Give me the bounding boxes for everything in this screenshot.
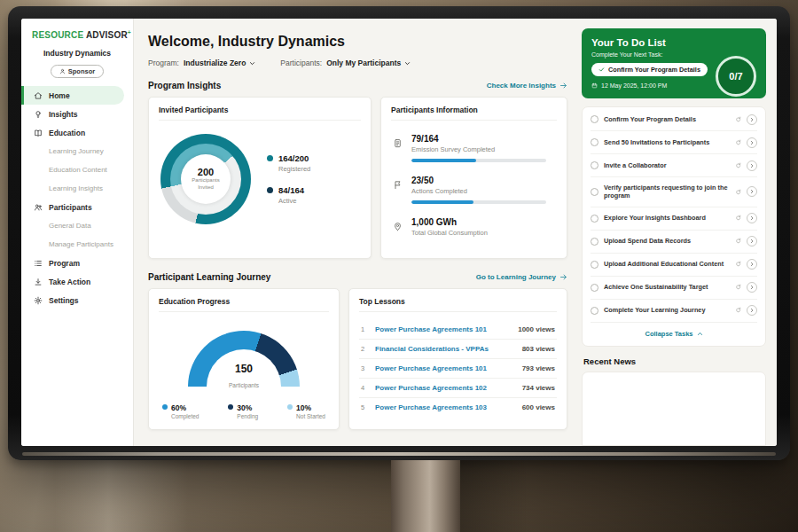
chevron-right-icon[interactable] [747, 213, 757, 223]
lesson-link[interactable]: Power Purchase Agreements 101 [375, 325, 511, 333]
lesson-link[interactable]: Power Purchase Agreements 103 [375, 403, 515, 411]
task-row[interactable]: Upload Spend Data Records [591, 231, 757, 254]
sidebar-item-manage-participants[interactable]: Manage Participants [21, 235, 133, 254]
task-checkbox[interactable] [591, 138, 598, 146]
chevron-right-icon[interactable] [747, 259, 757, 270]
legend-value: 30% [237, 403, 258, 412]
legend-dot [162, 404, 168, 410]
task-row[interactable]: Upload Additional Educational Content [591, 254, 757, 277]
legend-dot [287, 404, 293, 410]
stat-row: 1,000 GWh Total Global Consumption [391, 212, 557, 250]
task-label: Upload Spend Data Records [604, 237, 730, 246]
sidebar-item-participants[interactable]: Participants [21, 198, 133, 216]
sidebar-item-education-content[interactable]: Education Content [21, 160, 133, 179]
participants-dropdown-value: Only My Participants [326, 59, 401, 67]
nav-label: Home [49, 91, 70, 100]
todo-progress-value: 0/7 [729, 71, 742, 82]
refresh-icon [735, 261, 742, 268]
clipboard-icon [393, 136, 403, 162]
go-to-learning-journey-link[interactable]: Go to Learning Journey [476, 273, 567, 281]
sidebar-item-home[interactable]: Home [21, 86, 124, 105]
participants-filter: Participants: Only My Participants [280, 59, 411, 67]
task-checkbox[interactable] [591, 115, 598, 123]
task-checkbox[interactable] [591, 284, 598, 292]
check-more-insights-link[interactable]: Check More Insights [487, 82, 567, 90]
sidebar-item-general-data[interactable]: General Data [21, 216, 133, 235]
task-checkbox[interactable] [591, 188, 598, 196]
collapse-tasks-link[interactable]: Collapse Tasks [591, 323, 757, 343]
chevron-right-icon[interactable] [747, 282, 757, 293]
sidebar-item-learning-journey[interactable]: Learning Journey [21, 142, 133, 160]
task-label: Confirm Your Program Details [604, 115, 730, 124]
lesson-link[interactable]: Power Purchase Agreements 102 [375, 384, 515, 392]
sidebar-item-program[interactable]: Program [21, 254, 133, 272]
participants-dropdown[interactable]: Only My Participants [326, 59, 411, 67]
task-checkbox[interactable] [591, 261, 598, 269]
task-row[interactable]: Send 50 Invitations to Participants [591, 131, 757, 154]
education-progress-card-title: Education Progress [159, 297, 329, 312]
chevron-down-icon [404, 60, 411, 66]
top-lessons-list: 1 Power Purchase Agreements 101 1000 vie… [359, 320, 557, 417]
next-task-label: Confirm Your Program Details [608, 66, 700, 74]
participants-filter-label: Participants: [280, 59, 322, 67]
learning-cards: Education Progress 150 Participants 60% … [148, 288, 567, 430]
sponsor-badge[interactable]: Sponsor [51, 65, 104, 78]
program-dropdown[interactable]: Industrialize Zero [184, 59, 255, 67]
education-progress-legend: 60% Completed 30% Pending 10% Not Starte… [159, 393, 329, 421]
nav-label: Participants [49, 203, 92, 212]
lesson-rank: 5 [361, 403, 368, 411]
legend-value: 10% [296, 403, 325, 412]
stat-progress-track [411, 200, 546, 204]
chevron-right-icon[interactable] [747, 137, 757, 148]
sidebar-item-education[interactable]: Education [21, 123, 133, 142]
chevron-up-icon [697, 331, 703, 337]
lesson-views: 803 views [522, 345, 555, 353]
sidebar-item-settings[interactable]: Settings [21, 291, 133, 309]
gauge-legend-item: 60% Completed [162, 403, 199, 419]
chevron-right-icon[interactable] [747, 305, 757, 316]
gauge-center-label: Participants [229, 382, 259, 388]
legend-label: Not Started [296, 413, 325, 419]
refresh-icon [735, 139, 742, 146]
lesson-rank: 4 [361, 384, 368, 392]
stat-row: 23/50 Actions Completed [391, 170, 557, 212]
sidebar-item-insights[interactable]: Insights [21, 105, 133, 123]
task-row[interactable]: Achieve One Sustainability Target [591, 277, 757, 300]
program-filter-label: Program: [148, 59, 179, 67]
calendar-icon [591, 82, 598, 89]
chevron-right-icon[interactable] [747, 236, 757, 246]
task-row[interactable]: Complete Your Learning Journey [591, 300, 757, 323]
task-checkbox[interactable] [591, 161, 598, 169]
next-task-pill[interactable]: Confirm Your Program Details [591, 63, 708, 76]
chevron-down-icon [249, 60, 255, 66]
lesson-link[interactable]: Financial Considerations - VPPAs [375, 345, 515, 353]
education-progress-gauge-chart: 150 Participants [188, 331, 300, 391]
program-insights-title: Program Insights [148, 81, 221, 90]
todo-header-card: Your To Do List Complete Your Next Task:… [582, 28, 766, 98]
lesson-views: 734 views [522, 384, 555, 392]
chevron-right-icon[interactable] [747, 160, 757, 171]
lesson-link[interactable]: Power Purchase Agreements 101 [375, 364, 515, 372]
lesson-rank: 1 [361, 325, 368, 333]
task-checkbox[interactable] [591, 238, 598, 246]
chevron-right-icon[interactable] [747, 114, 757, 125]
sidebar-item-learning-insights[interactable]: Learning Insights [21, 179, 133, 198]
task-row[interactable]: Verify participants requesting to join t… [591, 177, 757, 207]
org-name: Industry Dynamics [21, 49, 133, 58]
sidebar-item-take-action[interactable]: Take Action [21, 272, 133, 291]
legend-label: Completed [171, 413, 199, 419]
task-checkbox[interactable] [591, 307, 598, 315]
refresh-icon [735, 284, 742, 291]
take-action-icon [33, 277, 43, 286]
task-row[interactable]: Explore Your Insights Dashboard [591, 207, 757, 231]
recent-news-card [582, 372, 766, 446]
task-label: Complete Your Learning Journey [604, 306, 730, 315]
task-row[interactable]: Invite a Collaborator [591, 154, 757, 177]
legend-dot [267, 155, 273, 161]
stat-label: Actions Completed [411, 187, 546, 195]
learning-journey-header: Participant Learning Journey Go to Learn… [148, 272, 567, 282]
task-row[interactable]: Confirm Your Program Details [591, 108, 757, 131]
chevron-right-icon[interactable] [747, 186, 757, 197]
nav-label: General Data [49, 222, 91, 230]
task-checkbox[interactable] [591, 215, 598, 223]
